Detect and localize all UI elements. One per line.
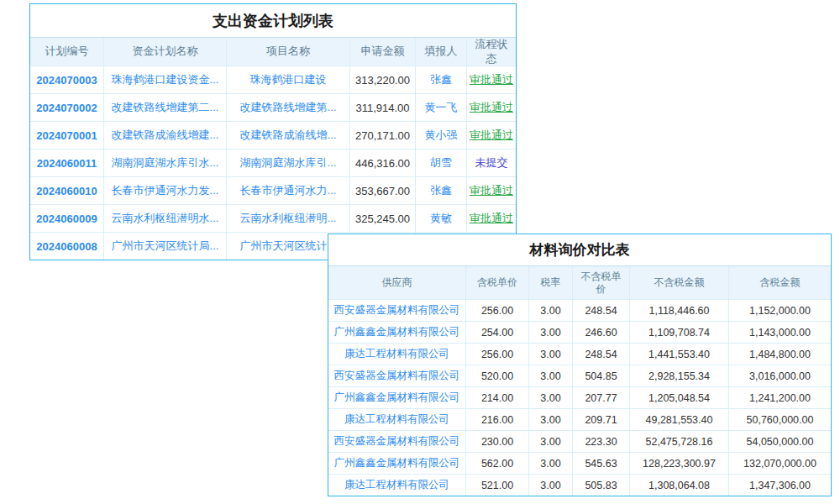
supplier-name[interactable]: 康达工程材料有限公司 (328, 343, 465, 365)
tax-incl-amount: 1,241,200.00 (728, 386, 831, 408)
reporter-name[interactable]: 胡雪 (415, 149, 466, 176)
plan-id-link[interactable]: 2024060009 (30, 204, 103, 232)
reporter-name[interactable]: 黄敏 (415, 204, 466, 232)
tax-incl-amount: 1,152,000.00 (728, 299, 831, 321)
tax-incl-amount: 1,484,800.00 (728, 343, 831, 365)
fund-plan-name[interactable]: 长春市伊通河水力发... (103, 176, 226, 204)
reporter-name[interactable]: 黄小强 (415, 121, 466, 149)
material-inquiry-table: 材料询价对比表 供应商含税单价税率不含税单价不含税金额含税金额西安盛器金属材料有… (328, 234, 832, 496)
project-name[interactable]: 改建铁路成渝线增... (226, 121, 349, 149)
tax-excl-amount: 1,109,708.74 (629, 321, 728, 343)
fund-plan-name[interactable]: 改建铁路成渝线增建... (103, 121, 226, 149)
tax-rate: 3.00 (528, 474, 572, 496)
plan-id-link[interactable]: 2024070002 (30, 93, 103, 121)
plan-id-link[interactable]: 2024070003 (30, 66, 103, 93)
project-name[interactable]: 长春市伊通河水力... (226, 176, 349, 204)
reporter-name[interactable]: 黄一飞 (415, 93, 466, 121)
request-amount: 446,316.00 (349, 149, 415, 176)
quote-column-header: 不含税单价 (572, 266, 629, 299)
supplier-name[interactable]: 广州鑫鑫金属材料有限公司 (328, 386, 465, 408)
workflow-status[interactable]: 审批通过 (466, 66, 516, 93)
supplier-name[interactable]: 西安盛器金属材料有限公司 (328, 365, 465, 386)
supplier-name[interactable]: 广州鑫鑫金属材料有限公司 (328, 321, 465, 343)
request-amount: 313,220.00 (349, 66, 415, 93)
project-name[interactable]: 珠海鹤港口建设 (226, 66, 349, 93)
fund-plan-name[interactable]: 湖南洞庭湖水库引水... (103, 149, 226, 176)
plan-column-header: 流程状态 (466, 38, 516, 66)
tax-incl-amount: 132,070,000.00 (728, 452, 831, 474)
plan-id-link[interactable]: 2024060011 (30, 149, 103, 176)
material-inquiry-table-title: 材料询价对比表 (328, 234, 831, 265)
workflow-status[interactable]: 审批通过 (466, 121, 516, 149)
tax-excl-amount: 1,441,553.40 (629, 343, 728, 365)
quote-column-header: 含税金额 (728, 266, 831, 299)
tax-excl-unit-price: 223.30 (572, 430, 629, 452)
project-name[interactable]: 云南水利枢纽潜明... (226, 204, 349, 232)
plan-id-link[interactable]: 2024070001 (30, 121, 103, 149)
supplier-name[interactable]: 广州鑫鑫金属材料有限公司 (328, 452, 465, 474)
workflow-status[interactable]: 未提交 (466, 149, 516, 176)
request-amount: 311,914.00 (349, 93, 415, 121)
tax-incl-amount: 50,760,000.00 (728, 408, 831, 430)
expenditure-plan-table: 支出资金计划列表 计划编号资金计划名称项目名称申请金额填报人流程状态202407… (29, 3, 517, 260)
fund-plan-name[interactable]: 云南水利枢纽潜明水... (103, 204, 226, 232)
project-name[interactable]: 改建铁路线增建第... (226, 93, 349, 121)
tax-incl-unit-price: 216.00 (465, 408, 528, 430)
tax-excl-amount: 1,308,064.08 (629, 474, 728, 496)
request-amount: 353,667.00 (349, 176, 415, 204)
tax-incl-unit-price: 520.00 (465, 365, 528, 386)
tax-incl-unit-price: 254.00 (465, 321, 528, 343)
project-name[interactable]: 湖南洞庭湖水库引... (226, 149, 349, 176)
tax-incl-amount: 1,143,000.00 (728, 321, 831, 343)
tax-incl-unit-price: 256.00 (465, 299, 528, 321)
fund-plan-name[interactable]: 改建铁路线增建第二... (103, 93, 226, 121)
workflow-status[interactable]: 审批通过 (466, 93, 516, 121)
request-amount: 325,245.00 (349, 204, 415, 232)
tax-rate: 3.00 (528, 321, 572, 343)
fund-plan-name[interactable]: 广州市天河区统计局... (103, 232, 226, 260)
material-inquiry-table-grid: 供应商含税单价税率不含税单价不含税金额含税金额西安盛器金属材料有限公司256.0… (328, 265, 831, 496)
tax-excl-amount: 49,281,553.40 (629, 408, 728, 430)
reporter-name[interactable]: 张鑫 (415, 66, 466, 93)
tax-rate: 3.00 (528, 408, 572, 430)
supplier-name[interactable]: 康达工程材料有限公司 (328, 474, 465, 496)
tax-excl-unit-price: 505.83 (572, 474, 629, 496)
workflow-status[interactable]: 审批通过 (466, 204, 516, 232)
tax-excl-unit-price: 207.77 (572, 386, 629, 408)
plan-column-header: 资金计划名称 (103, 38, 226, 66)
tax-excl-amount: 2,928,155.34 (629, 365, 728, 386)
quote-column-header: 税率 (528, 266, 572, 299)
expenditure-plan-table-grid: 计划编号资金计划名称项目名称申请金额填报人流程状态2024070003珠海鹤港口… (30, 37, 516, 260)
tax-rate: 3.00 (528, 452, 572, 474)
tax-incl-unit-price: 214.00 (465, 386, 528, 408)
tax-excl-amount: 1,118,446.60 (629, 299, 728, 321)
request-amount: 270,171.00 (349, 121, 415, 149)
tax-excl-unit-price: 248.54 (572, 343, 629, 365)
tax-incl-unit-price: 230.00 (465, 430, 528, 452)
tax-excl-amount: 1,205,048.54 (629, 386, 728, 408)
tax-excl-unit-price: 504.85 (572, 365, 629, 386)
tax-incl-amount: 3,016,000.00 (728, 365, 831, 386)
plan-column-header: 申请金额 (349, 38, 415, 66)
tax-excl-amount: 52,475,728.16 (629, 430, 728, 452)
workflow-status[interactable]: 审批通过 (466, 176, 516, 204)
tax-excl-unit-price: 209.71 (572, 408, 629, 430)
fund-plan-name[interactable]: 珠海鹤港口建设资金... (103, 66, 226, 93)
reporter-name[interactable]: 张鑫 (415, 176, 466, 204)
tax-incl-amount: 54,050,000.00 (728, 430, 831, 452)
plan-id-link[interactable]: 2024060008 (30, 232, 103, 260)
supplier-name[interactable]: 西安盛器金属材料有限公司 (328, 430, 465, 452)
supplier-name[interactable]: 康达工程材料有限公司 (328, 408, 465, 430)
tax-rate: 3.00 (528, 386, 572, 408)
tax-incl-unit-price: 256.00 (465, 343, 528, 365)
tax-rate: 3.00 (528, 299, 572, 321)
tax-rate: 3.00 (528, 343, 572, 365)
tax-excl-amount: 128,223,300.97 (629, 452, 728, 474)
plan-id-link[interactable]: 2024060010 (30, 176, 103, 204)
quote-column-header: 不含税金额 (629, 266, 728, 299)
supplier-name[interactable]: 西安盛器金属材料有限公司 (328, 299, 465, 321)
plan-column-header: 填报人 (415, 38, 466, 66)
tax-rate: 3.00 (528, 365, 572, 386)
tax-incl-amount: 1,347,306.00 (728, 474, 831, 496)
tax-incl-unit-price: 521.00 (465, 474, 528, 496)
